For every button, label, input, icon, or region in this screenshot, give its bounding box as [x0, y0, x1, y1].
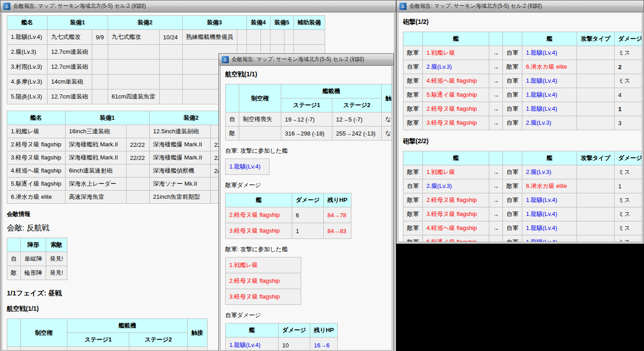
side-label: 敵 [226, 126, 239, 140]
side-label: 自 [7, 347, 21, 351]
table-row: 敵軍 5.駆逐イ級 flagship → 自軍 1.龍驤(Lv.4) 4 6→2 [403, 88, 643, 102]
equipment: 深海棲艦戦 Mark.II [65, 138, 126, 151]
list-item: 1.龍驤(Lv.4) [226, 159, 270, 175]
damage-value: 1 [614, 179, 642, 193]
stage1-value: 316→298 (-18) [281, 126, 332, 140]
col-damage: ダメージ [614, 32, 642, 46]
equipment: 16inch三連装砲 [65, 125, 126, 138]
formation-table: 陣形 索敵 自 単縦陣 発見! 敵 輪形陣 発見! [7, 238, 67, 280]
defender-ship: 6.潜水カ級 elite [522, 179, 577, 193]
window-title: 会敵報告: マップ: サーモン海域北方(5-5) セル:2 (戦闘) [13, 2, 146, 10]
attacker-side: 敵軍 [403, 88, 423, 102]
defender-ship: 2.朧(Lv.3) [522, 165, 577, 179]
friend-participants-label: 自軍: 攻撃に参加した艦 [225, 147, 392, 155]
plane-count: 9/9 [92, 30, 108, 45]
ship-name: 1.戦艦レ級 [226, 257, 301, 273]
damage-value: 4 [614, 88, 642, 102]
defender-ship: 1.龍驤(Lv.4) [522, 221, 577, 235]
defender-ship: 1.龍驤(Lv.4) [522, 102, 577, 116]
attacker-side: 敵軍 [403, 207, 423, 221]
table-header-row: 制空権 艦載機 触接 [226, 84, 393, 98]
defender-ship: 6.潜水カ級 elite [522, 60, 577, 74]
arrow-icon: → [489, 102, 503, 116]
col-attack-type: 攻撃タイプ [577, 32, 615, 46]
aux-equipment [294, 30, 325, 45]
col-aux: 補助装備 [294, 16, 325, 30]
equipment: 12.7cm連装砲 [47, 89, 92, 104]
ship-name: 4.多摩(Lv.3) [7, 75, 47, 89]
table-row: 敵軍 2.軽母ヌ級 flagship → 自軍 1.龍驤(Lv.4) 1 2→1 [403, 102, 643, 116]
list-item: 3.軽母ヌ級 flagship [226, 289, 301, 305]
col-ship-name: 艦名 [7, 16, 47, 30]
contact-value: なし [382, 112, 393, 126]
attacker-side: 敵軍 [403, 74, 423, 88]
window-content: 砲撃(1/2) 艦 艦 攻撃タイプ ダメージ 残りHP 敵軍 1.戦艦レ級 [398, 12, 642, 242]
scouting-value: 発見! [46, 252, 67, 266]
equipment: 九七式艦攻 [47, 30, 92, 45]
damage-value: 10 [279, 337, 310, 351]
damage-value: ミス [614, 46, 642, 60]
titlebar[interactable]: ⚓ 会敵報告: マップ: サーモン海域北方(5-5) セル:2 (戦闘) [397, 0, 644, 12]
attack-type [577, 165, 615, 179]
attacker-ship: 2.軽母ヌ級 flagship [423, 193, 489, 207]
list-item: 2.軽母ヌ級 flagship [226, 273, 301, 289]
formation-value: 単縦陣 [21, 252, 46, 266]
damage-value: ミス [614, 165, 642, 179]
col-side [7, 319, 21, 347]
col-defender-side [503, 151, 522, 165]
attack-type [577, 221, 615, 235]
stage1-value: 19→12 (-7) [281, 112, 332, 126]
arrow-icon: → [489, 165, 503, 179]
formation-value: 輪形陣 [21, 266, 46, 280]
table-row: 2.軽母ヌ級 flagship 深海棲艦戦 Mark.II 22/22 深海棲艦… [7, 138, 233, 151]
defender-ship: 1.龍驤(Lv.4) [522, 193, 577, 207]
damage-value: 3 [614, 116, 642, 130]
table-header-row: 艦 ダメージ 残りHP [226, 193, 351, 207]
anchor-app-icon: ⚓ [222, 56, 229, 63]
table-row: 4.軽巡ヘ級 flagship 6inch連装速射砲 深海棲艦偵察機 2/2 [7, 164, 233, 178]
table-row: 自 制空権喪失 19→12 (-7) 12→5 (-7) なし [7, 347, 208, 351]
table-header-row: 艦 ダメージ 残りHP [226, 323, 338, 337]
ship-name: 3.軽母ヌ級 flagship [226, 223, 292, 239]
defender-side: 自軍 [503, 116, 522, 130]
plane-count [284, 30, 294, 45]
attack-type [577, 46, 615, 60]
remaining-hp: 16→6 [310, 337, 337, 351]
friend-damage-table: 艦 ダメージ 残りHP 1.龍驤(Lv.4) 10 16→6 3.村雨(Lv.3… [225, 323, 338, 351]
col-defender-side [503, 32, 522, 46]
defender-ship: 1.龍驤(Lv.4) [522, 235, 577, 243]
table-row: 1.龍驤(Lv.4) 10 16→6 [226, 337, 338, 351]
titlebar[interactable]: ⚓ 会敵報告: マップ: サーモン海域北方(5-5) セル:2 (戦闘) [219, 54, 393, 66]
defender-ship: 1.龍驤(Lv.4) [522, 46, 577, 60]
attacker-side: 敵軍 [403, 116, 423, 130]
table-row: 3.軽母ヌ級 flagship 1 84→83 [226, 223, 351, 239]
table-row: 3.軽母ヌ級 flagship 深海棲艦戦 Mark.II 22/22 深海棲艦… [7, 151, 233, 164]
side-label: 敵 [7, 266, 21, 280]
damage-value: ミス [614, 235, 642, 243]
enemy-damage-label: 敵軍ダメージ [225, 181, 392, 189]
attack-type [577, 116, 615, 130]
ship-name: 2.朧(Lv.3) [7, 45, 47, 60]
table-row: 自軍 2.朧(Lv.3) → 敵軍 6.潜水カ級 elite 2 27→25 [403, 60, 643, 74]
defender-side: 自軍 [503, 102, 522, 116]
attacker-ship: 4.軽巡ヘ級 flagship [423, 221, 489, 235]
friend-participants-list: 1.龍驤(Lv.4) [225, 159, 270, 175]
damage-value: 1 [614, 102, 642, 116]
plane-count: 10/24 [159, 30, 182, 45]
window-title: 会敵報告: マップ: サーモン海域北方(5-5) セル:2 (戦闘) [409, 2, 542, 10]
col-attack-type: 攻撃タイプ [577, 151, 615, 165]
col-ship-name: 艦名 [7, 111, 66, 125]
defender-side: 自軍 [503, 235, 522, 243]
ship-name: 1.戦艦レ級 [7, 125, 66, 138]
table-row: 2.軽母ヌ級 flagship 6 84→78 [226, 207, 351, 223]
damage-value: ミス [614, 207, 642, 221]
defender-ship: 1.龍驤(Lv.4) [522, 88, 577, 102]
col-defender-ship: 艦 [522, 32, 577, 46]
arrow-icon: → [489, 46, 503, 60]
defender-side: 自軍 [503, 88, 522, 102]
table-row: 敵軍 5.駆逐イ級 flagship → 自軍 1.龍驤(Lv.4) ミス [403, 235, 643, 243]
defender-side: 自軍 [503, 221, 522, 235]
col-arrow [489, 32, 503, 46]
titlebar[interactable]: ⚓ 会敵報告: マップ: サーモン海域北方(5-5) セル:2 (戦闘) [0, 0, 396, 12]
col-damage: ダメージ [614, 151, 642, 165]
